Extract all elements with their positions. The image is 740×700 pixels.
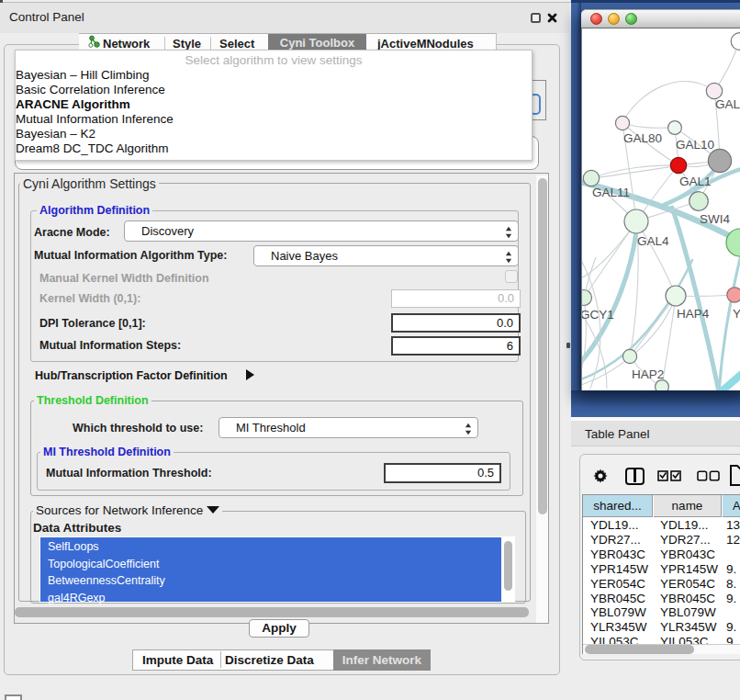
svg-text:HAP4: HAP4: [677, 307, 710, 321]
svg-text:GAL80: GAL80: [623, 131, 662, 145]
svg-text:GAL10: GAL10: [676, 138, 714, 152]
svg-text:SWI4: SWI4: [700, 212, 730, 226]
svg-text:GAL1: GAL1: [679, 175, 712, 188]
svg-text:GCY1: GCY1: [581, 308, 614, 322]
svg-text:GAL11: GAL11: [592, 186, 630, 199]
svg-text:GAL: GAL: [715, 97, 740, 111]
svg-text:GAL4: GAL4: [637, 234, 669, 248]
svg-text:HAP2: HAP2: [632, 367, 664, 381]
svg-text:Y: Y: [733, 307, 740, 321]
